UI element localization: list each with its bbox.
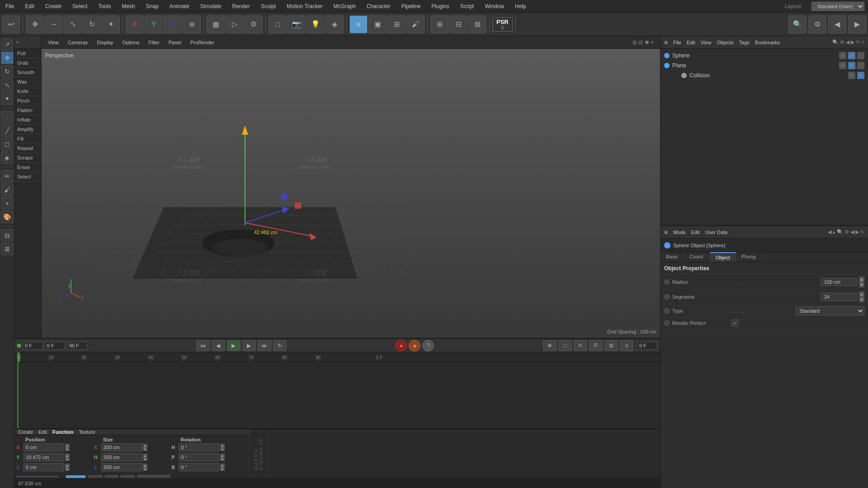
play-btn[interactable]: ▶	[227, 340, 241, 351]
size-h-up[interactable]: ▴	[143, 454, 147, 457]
step-back-btn[interactable]: ◀	[212, 340, 225, 351]
sculpt-inflate[interactable]: Inflate	[14, 115, 41, 125]
coord-menu-function[interactable]: Function	[52, 429, 73, 435]
pos-y-down[interactable]: ▾	[65, 457, 70, 461]
plane-vis-dot[interactable]: ·	[857, 62, 864, 69]
size-z-up[interactable]: ▴	[143, 464, 147, 467]
keyframe-btn[interactable]: ◈	[409, 340, 420, 352]
material-btn[interactable]: ◈	[326, 15, 344, 33]
plane-vis-checkmark2[interactable]: ✓	[848, 62, 855, 69]
size-h-input[interactable]	[101, 453, 142, 461]
radius-down[interactable]: ▾	[859, 282, 864, 287]
tab-phong[interactable]: Phong	[736, 252, 762, 262]
props-mode[interactable]: Mode	[673, 230, 686, 235]
record-btn[interactable]: ●	[395, 340, 407, 352]
prop-radius-input[interactable]	[821, 278, 857, 286]
pos-x-up[interactable]: ▴	[65, 444, 70, 447]
rotate-lt-btn[interactable]: ↻	[1, 65, 14, 78]
timeline-max-frame[interactable]	[637, 342, 657, 350]
tl-tool-6[interactable]: ≡	[620, 340, 633, 351]
sculpt-pinch[interactable]: Pinch	[14, 96, 41, 106]
obj-plane[interactable]: Plane ✓ ✓ ·	[660, 61, 868, 70]
sculpt-grab[interactable]: Grab	[14, 58, 41, 68]
loop-btn[interactable]: ↻	[273, 340, 287, 351]
rot-p-down[interactable]: ▾	[220, 457, 225, 461]
obj-sphere[interactable]: Sphere ✓ ✓ ·	[660, 51, 868, 61]
menu-simulate[interactable]: Simulate	[198, 2, 223, 10]
rot-h-down[interactable]: ▾	[220, 447, 225, 451]
grid-lt[interactable]: ⊞	[1, 243, 14, 255]
timeline-start-frame[interactable]	[23, 342, 43, 350]
cube-btn[interactable]: □	[269, 15, 287, 33]
size-x-down[interactable]: ▾	[143, 447, 147, 451]
vp-cameras[interactable]: Cameras	[65, 39, 91, 46]
custom-lt-btn[interactable]: ✦	[1, 92, 14, 105]
rot-h-input[interactable]	[179, 443, 219, 451]
prop-segments-dot[interactable]	[664, 294, 670, 300]
tl-tool-2[interactable]: □	[558, 340, 572, 351]
tl-tool-5[interactable]: ⊞	[604, 340, 618, 351]
sculpt-amplify[interactable]: Amplify	[14, 125, 41, 134]
sculpt-smooth[interactable]: Smooth	[14, 68, 41, 77]
segments-down[interactable]: ▾	[859, 297, 864, 302]
object-mode[interactable]: ◈	[1, 151, 14, 164]
move-tool[interactable]: ↔	[45, 15, 63, 33]
tl-tool-1[interactable]: ✥	[543, 340, 557, 351]
menu-sculpt[interactable]: Sculpt	[259, 2, 278, 10]
timeline-end-frame[interactable]	[67, 342, 87, 350]
axis-y[interactable]: Y	[145, 15, 163, 33]
obj-menu-objects[interactable]: Objects	[717, 40, 734, 45]
position-y-input[interactable]	[24, 453, 64, 461]
axis-all[interactable]: ⊕	[183, 15, 201, 33]
paint-btn[interactable]: 🖌	[406, 15, 425, 33]
tab-coord[interactable]: Coord.	[684, 252, 710, 262]
obj-menu-edit[interactable]: Edit	[687, 40, 695, 45]
obj-menu-file[interactable]: File	[673, 40, 681, 45]
auto-key-btn[interactable]: ?	[422, 340, 434, 352]
pen-tool[interactable]: ✏	[1, 170, 14, 183]
menu-mesh[interactable]: Mesh	[120, 2, 137, 10]
search-icon[interactable]: 🔍	[788, 15, 807, 33]
rot-p-up[interactable]: ▴	[220, 454, 225, 457]
rot-h-up[interactable]: ▴	[220, 444, 225, 447]
prop-render-dot[interactable]	[664, 320, 670, 326]
view-mode-3[interactable]: ⊞	[387, 15, 406, 33]
size-x-up[interactable]: ▴	[143, 444, 147, 447]
go-end-btn[interactable]: ⏭	[258, 340, 271, 351]
radius-up[interactable]: ▴	[859, 277, 864, 282]
tab-basic[interactable]: Basic	[660, 252, 684, 262]
sculpt-erase[interactable]: Erase	[14, 163, 41, 172]
coord-menu-edit[interactable]: Edit	[38, 429, 47, 435]
prop-render-checkbox[interactable]: ✓	[731, 319, 738, 327]
rot-p-input[interactable]	[179, 453, 219, 461]
arrow-left-icon[interactable]: ◀	[828, 15, 846, 33]
sculpt-flatten[interactable]: Flatten	[14, 106, 41, 115]
pos-x-down[interactable]: ▾	[65, 447, 70, 451]
rot-b-up[interactable]: ▴	[220, 464, 225, 467]
layout-selector[interactable]: Standard (User)	[811, 2, 864, 11]
menu-snap[interactable]: Snap	[144, 2, 160, 10]
sculpt-pull[interactable]: Pull	[14, 49, 41, 58]
menu-animate[interactable]: Animate	[168, 2, 191, 10]
plane-vis-checkmark1[interactable]: ✓	[839, 62, 846, 69]
props-user-data[interactable]: User Data	[705, 230, 728, 235]
size-x-input[interactable]	[101, 443, 142, 451]
snap-btn[interactable]: ⊟	[449, 15, 467, 33]
menu-file[interactable]: File	[4, 2, 16, 10]
render-region[interactable]: ▦	[207, 15, 225, 33]
go-start-btn[interactable]: ⏮	[196, 340, 210, 351]
menu-select[interactable]: Select	[71, 2, 89, 10]
sculpt-wax[interactable]: Wax	[14, 77, 41, 87]
menu-edit[interactable]: Edit	[23, 2, 36, 10]
brush-tool[interactable]: 🖌	[1, 183, 14, 196]
menu-render[interactable]: Render	[231, 2, 252, 10]
select-lt-btn[interactable]: ↗	[1, 38, 14, 51]
sculpt-select[interactable]: Select	[14, 172, 41, 182]
render-viewport[interactable]: ▷	[226, 15, 244, 33]
prop-segments-input[interactable]	[821, 293, 857, 301]
edge-mode[interactable]: ╱	[1, 124, 14, 137]
menu-script[interactable]: Script	[458, 2, 476, 10]
coord-menu-texture[interactable]: Texture	[79, 429, 95, 435]
menu-plugins[interactable]: Plugins	[429, 2, 451, 10]
face-mode[interactable]: ◻	[1, 138, 14, 150]
